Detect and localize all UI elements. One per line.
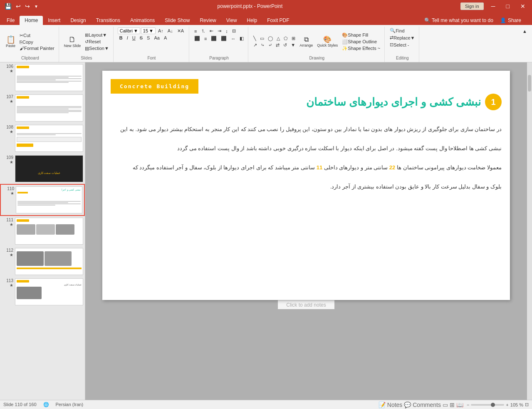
numbering-button[interactable]: ⒈ (199, 27, 207, 35)
restore-button[interactable]: □ (503, 2, 513, 10)
slide-item-113[interactable]: 113 ★ عملیات سفت کاری (0, 277, 85, 307)
vertical-scrollbar[interactable] (527, 62, 532, 400)
quick-styles-button[interactable]: 🎨 Quick Styles (315, 35, 339, 48)
new-slide-button[interactable]: 🗋 New Slide (62, 35, 83, 49)
tab-foxit[interactable]: Foxit PDF (262, 16, 294, 25)
tab-insert[interactable]: Insert (43, 16, 65, 25)
shape-10[interactable]: ↺ (282, 42, 289, 48)
shape-fill-button[interactable]: 🎨 Shape Fill (340, 32, 382, 38)
close-button[interactable]: ✕ (517, 2, 529, 10)
font-name-dropdown[interactable]: Calibri ▼ (118, 27, 140, 34)
tab-design[interactable]: Design (65, 16, 91, 25)
bullets-button[interactable]: ≡ (193, 28, 198, 34)
slide-thumb-109[interactable]: عملیات سفت کاری (15, 155, 83, 182)
tab-help[interactable]: Help (242, 16, 262, 25)
smart-art-button[interactable]: ◧ (238, 35, 245, 42)
format-painter-button[interactable]: 🖌 Format Painter (18, 45, 56, 51)
change-case-button[interactable]: Aa (152, 35, 161, 41)
bold-button[interactable]: B (118, 35, 124, 41)
slide-item-110[interactable]: 110 ★ نبشی کشی و اجرا (0, 184, 85, 216)
tell-me-input[interactable]: 🔍 Tell me what you want to do (424, 17, 493, 23)
notes-area[interactable]: Click to add notes (278, 300, 334, 309)
align-right-button[interactable]: ⬛ (209, 35, 218, 42)
tab-home[interactable]: Home (20, 16, 43, 25)
tab-animations[interactable]: Animations (125, 16, 160, 25)
comments-button[interactable]: 💬 Comments (404, 402, 441, 408)
shape-effects-button[interactable]: ✨ Shape Effects ~ (340, 45, 382, 52)
find-button[interactable]: 🔍 Find (388, 27, 406, 34)
align-left-button[interactable]: ⬛ (193, 35, 202, 42)
zoom-slider[interactable] (471, 404, 504, 406)
increase-font-button[interactable]: A↑ (156, 28, 165, 34)
slide-panel[interactable]: 106 ★ 107 (0, 62, 85, 400)
select-button[interactable]: ⊡ Select - (388, 42, 411, 48)
slide-canvas-area[interactable]: Concrete Building نبشی کشی و اجرای دیوار… (85, 62, 527, 400)
cut-button[interactable]: ✂ Cut (18, 32, 56, 39)
tab-file[interactable]: File (2, 16, 20, 25)
zoom-out-button[interactable]: − (467, 402, 469, 407)
italic-button[interactable]: I (125, 35, 130, 41)
tab-review[interactable]: Review (195, 16, 221, 25)
text-direction-button[interactable]: ↔ (229, 36, 237, 42)
copy-button[interactable]: ⎘ Copy (18, 39, 56, 45)
line-spacing-button[interactable]: ↕ (224, 28, 230, 34)
shape-4[interactable]: △ (275, 35, 282, 42)
notes-placeholder[interactable]: Click to add notes (286, 302, 326, 308)
layout-button[interactable]: ⊞ Layout ▼ (83, 32, 111, 38)
decrease-indent-button[interactable]: ⇤ (208, 28, 215, 34)
slide-item-108[interactable]: 108 ★ (0, 123, 85, 154)
decrease-font-button[interactable]: A↓ (166, 28, 175, 34)
reset-button[interactable]: ↺ Reset (83, 39, 111, 45)
undo-icon[interactable]: ↩ (15, 2, 22, 10)
font-color-button[interactable]: A (162, 35, 168, 41)
slide-thumb-112[interactable] (15, 248, 83, 275)
customize-icon[interactable]: ▼ (33, 3, 40, 10)
normal-view-button[interactable]: ▭ (443, 402, 448, 408)
minimize-button[interactable]: ─ (488, 2, 499, 10)
shape-1[interactable]: ╲ (252, 35, 258, 42)
replace-button[interactable]: ⇄ Replace ▼ (388, 35, 416, 41)
strikethrough-button[interactable]: S (138, 35, 144, 41)
slide-thumb-108[interactable] (15, 125, 83, 152)
shape-more[interactable]: ⊞ (290, 35, 297, 42)
notes-view-button[interactable]: 📝 Notes (379, 402, 402, 408)
slide-thumb-110[interactable]: نبشی کشی و اجرا (16, 186, 82, 213)
underline-button[interactable]: U (131, 35, 137, 41)
tab-view[interactable]: View (221, 16, 242, 25)
shape-7[interactable]: ⤷ (259, 42, 266, 48)
justify-button[interactable]: ⬛ (219, 35, 228, 42)
shape-8[interactable]: ⤶ (267, 42, 274, 48)
shadow-button[interactable]: S (145, 35, 151, 41)
font-size-dropdown[interactable]: 15 ▼ (141, 27, 156, 34)
share-button[interactable]: 👤 Share (496, 16, 525, 25)
slide-item-109[interactable]: 109 ★ عملیات سفت کاری (0, 154, 85, 184)
shape-9[interactable]: ⇄ (274, 42, 281, 48)
arrange-button[interactable]: ⧉ Arrange (298, 35, 314, 48)
columns-button[interactable]: ⊟ (230, 28, 238, 34)
slide-thumb-107[interactable] (15, 94, 83, 121)
slide-item-106[interactable]: 106 ★ (0, 62, 85, 93)
increase-indent-button[interactable]: ⇥ (216, 28, 223, 34)
collapse-ribbon-button[interactable]: ▲ (521, 28, 529, 34)
align-center-button[interactable]: ≡ (203, 36, 208, 42)
shape-6[interactable]: ↗ (252, 42, 259, 48)
shape-3[interactable]: ◯ (266, 35, 275, 42)
shape-2[interactable]: ▭ (258, 35, 266, 42)
slide-item-112[interactable]: 112 ★ (0, 246, 85, 277)
slide-sorter-button[interactable]: ⊞ (450, 402, 455, 408)
tab-slideshow[interactable]: Slide Show (160, 16, 195, 25)
signin-button[interactable]: Sign in (460, 2, 484, 10)
slide-thumb-106[interactable] (15, 64, 83, 91)
redo-icon[interactable]: ↪ (24, 2, 31, 10)
reading-view-button[interactable]: 📖 (456, 402, 463, 408)
shape-5[interactable]: ⬠ (282, 35, 290, 42)
slide-item-107[interactable]: 107 ★ (0, 93, 85, 123)
slide-item-111[interactable]: 111 ★ (0, 216, 85, 246)
section-button[interactable]: ▤ Section ▼ (83, 45, 111, 52)
shape-outline-button[interactable]: ⬜ Shape Outline (340, 39, 382, 45)
clear-formatting-button[interactable]: ✕A (176, 28, 186, 34)
fit-slide-button[interactable]: ⊡ (525, 402, 529, 407)
slide-thumb-111[interactable] (15, 218, 83, 245)
slide-thumb-113[interactable]: عملیات سفت کاری (15, 278, 83, 305)
slide-canvas[interactable]: Concrete Building نبشی کشی و اجرای دیوار… (102, 71, 510, 300)
